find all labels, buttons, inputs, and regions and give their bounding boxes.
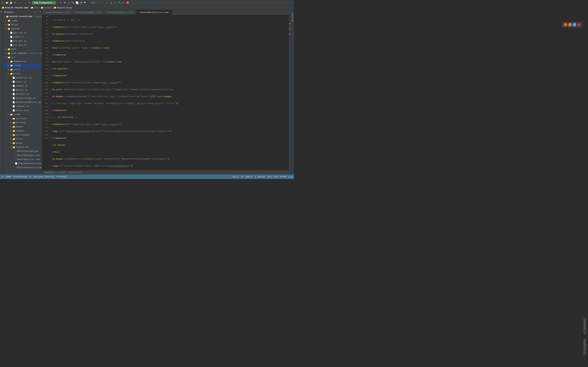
activity-commit-icon[interactable]: ⋮ xyxy=(0,13,3,16)
breadcrumb-project[interactable]: health-record-web xyxy=(5,7,28,9)
status-event-log[interactable]: Event Log xyxy=(280,175,292,178)
code-line-87: <p style="width: 200px;margin-bottom: 0"… xyxy=(52,60,289,64)
dev-env-label: dev.env.js xyxy=(13,32,26,34)
build-label: build xyxy=(11,24,18,26)
code-line-98: </template> xyxy=(52,137,289,140)
tree-activity[interactable]: ► 📁 activity xyxy=(3,117,42,121)
sep1 xyxy=(18,1,18,4)
tree-views[interactable]: ▼ 📁 views xyxy=(3,112,42,117)
git-check-icon[interactable]: ✓ xyxy=(97,1,101,4)
cur-icon: 📁 xyxy=(12,134,15,136)
tool3-icon[interactable]: 📷 xyxy=(79,1,83,4)
tree-error[interactable]: ► 📁 error xyxy=(3,137,42,141)
forward-icon[interactable]: → xyxy=(24,1,27,4)
git-undo-icon[interactable]: ↺ xyxy=(114,1,117,4)
tree-hd-add[interactable]: ✓ HealthDocAdd.vue xyxy=(3,149,42,153)
tree-banner[interactable]: ► 📁 banner xyxy=(3,125,42,129)
status-todo[interactable]: 6: TODO xyxy=(2,175,11,178)
right-panel-database[interactable]: Database xyxy=(291,12,294,22)
tree-dist[interactable]: ► 📁 dist xyxy=(3,47,42,51)
sep-bc3: ► xyxy=(51,7,53,9)
status-check-style[interactable]: CheckStyle xyxy=(14,175,27,178)
tab2-close[interactable]: ✕ xyxy=(133,11,135,14)
config-icon: 📁 xyxy=(8,28,10,30)
sep3 xyxy=(88,1,88,4)
tree-sit-env[interactable]: 📄 sit.env.js xyxy=(3,43,42,47)
tree-curriculum[interactable]: ► 📁 curriculum xyxy=(3,133,42,137)
tree-localstorage[interactable]: 📄 localstorage.js xyxy=(3,96,42,100)
ls-arrow xyxy=(10,97,12,99)
tree-src[interactable]: ▼ 📁 src xyxy=(3,55,42,59)
tab0-close[interactable]: ✕ xyxy=(69,11,71,14)
cancel-icon[interactable]: ⛔ xyxy=(126,1,129,4)
tree-common-views[interactable]: ► 📁 common xyxy=(3,129,42,133)
tree-install[interactable]: 📄 install.js xyxy=(3,92,42,96)
activity-project-icon[interactable]: ■ xyxy=(0,11,3,13)
tree-hd-list[interactable]: ✓ HealthDocList.vue xyxy=(3,157,42,161)
settings-icon[interactable]: ⚙ xyxy=(67,1,70,4)
breadcrumb-src[interactable]: src xyxy=(34,7,38,9)
tree-common-js[interactable]: 📄 common.js xyxy=(3,84,42,88)
git-check2-icon[interactable]: ✓ xyxy=(102,1,105,4)
tab-1[interactable]: ✓ HealthKnowEdit.vue ✕ xyxy=(73,10,104,15)
tree-color[interactable]: 📄 color.js xyxy=(3,80,42,84)
code-content[interactable]: :scroll="{ x: 900 }"> <template slot="re… xyxy=(50,15,289,170)
tree-components[interactable]: ► 📁 components xyxy=(3,59,42,64)
git-push-icon[interactable]: ⇧ xyxy=(106,1,109,4)
tree-router[interactable]: ► 📁 router xyxy=(3,64,42,67)
tree-utils[interactable]: ▼ 📁 utils xyxy=(3,72,42,76)
code-editor: 8182838485 8687888990 9192939495 9697989… xyxy=(42,15,291,170)
tool2-icon[interactable]: 📈 xyxy=(75,1,79,4)
tree-config[interactable]: ▼ 📁 config xyxy=(3,27,42,31)
breadcrumb-current[interactable]: health-know xyxy=(57,7,72,9)
status-terminal[interactable]: Terminal xyxy=(56,175,67,178)
wrench-icon[interactable]: 🔨 xyxy=(118,1,121,4)
tree-hd-particulars-less[interactable]: 📄 HealthDocParticulars.less xyxy=(3,161,42,166)
bookmark-icon[interactable]: 🏴 xyxy=(122,1,125,4)
tree-root[interactable]: ▼ 📁 health-record-web ~/GitCode/health-r… xyxy=(3,15,42,19)
tab3-close[interactable]: ✕ xyxy=(169,11,170,14)
save-icon[interactable]: 💾 xyxy=(9,1,13,4)
tree-perm-direct[interactable]: 📄 permissionDirect.js xyxy=(3,100,42,104)
tool1-icon[interactable]: 🔧 xyxy=(71,1,75,4)
tab-2[interactable]: ✓ HealthKnowList.vue ✕ xyxy=(104,10,136,15)
breadcrumb-views[interactable]: views xyxy=(44,7,51,9)
tree-health-doc[interactable]: ▼ 📁 health-doc xyxy=(3,145,42,149)
tree-goods[interactable]: ► 📁 goods xyxy=(3,141,42,145)
sidebar-close-icon[interactable]: − xyxy=(39,11,41,14)
tree-node-modules[interactable]: ► 📁 node_modules library root xyxy=(3,51,42,55)
tree-device[interactable]: 📄 device.js xyxy=(3,88,42,92)
idea-arrow: ► xyxy=(5,20,7,22)
run-icon[interactable]: ▶ xyxy=(28,1,31,4)
sidebar-gear-icon[interactable]: ⋮ xyxy=(36,11,38,14)
tree-hd-edit[interactable]: ✓ HealthDocEdit.vue xyxy=(3,153,42,157)
tree-base-utils[interactable]: 📄 baseUtils.js xyxy=(3,76,42,80)
stop-icon[interactable]: ■ xyxy=(63,1,66,4)
git-history-icon[interactable]: ◎ xyxy=(110,1,113,4)
status-spaces: 2 spaces xyxy=(255,175,265,178)
tree-build[interactable]: ► 📁 build xyxy=(3,23,42,27)
tree-pro-env[interactable]: 📄 pro.env.js xyxy=(3,39,42,43)
tab1-close[interactable]: ✕ xyxy=(101,11,102,14)
debug-icon[interactable]: ● xyxy=(59,1,62,4)
project-icon[interactable]: 📁 xyxy=(5,1,9,4)
tree-article[interactable]: ► 📁 article xyxy=(3,121,42,125)
status-version-control[interactable]: 9: Version Control xyxy=(29,175,54,178)
search-icon[interactable]: 🔍 xyxy=(84,1,87,4)
sidebar-settings-icon[interactable]: ⚙ xyxy=(34,11,35,14)
scroll-marker-1 xyxy=(289,24,290,24)
tree-hd-particulars-vue[interactable]: ✓ HealthDocParticulars.vue xyxy=(3,166,42,170)
refresh-icon[interactable]: ⟳ xyxy=(14,1,17,4)
tree-index[interactable]: 📄 index.js xyxy=(3,35,42,39)
tab-0[interactable]: ✓ HealthKnowAdd.vue ✕ xyxy=(42,10,73,15)
tree-idea[interactable]: ► 📁 .idea xyxy=(3,19,42,23)
tab-3[interactable]: ✓ HealthMonitorList.vue ✕ xyxy=(136,10,172,15)
tree-dev-env[interactable]: 📄 dev.env.js xyxy=(3,31,42,35)
back-icon[interactable]: ← xyxy=(20,1,23,4)
comp-icon: 📁 xyxy=(10,60,13,63)
menu-icon[interactable]: ☰ xyxy=(1,1,5,4)
tree-utils-less[interactable]: 📄 utils.less xyxy=(3,108,42,112)
add-config-button[interactable]: Add Configuration... xyxy=(32,1,56,4)
tree-store[interactable]: ► 📁 store xyxy=(3,67,42,72)
tree-request[interactable]: 📄 request.js xyxy=(3,104,42,108)
